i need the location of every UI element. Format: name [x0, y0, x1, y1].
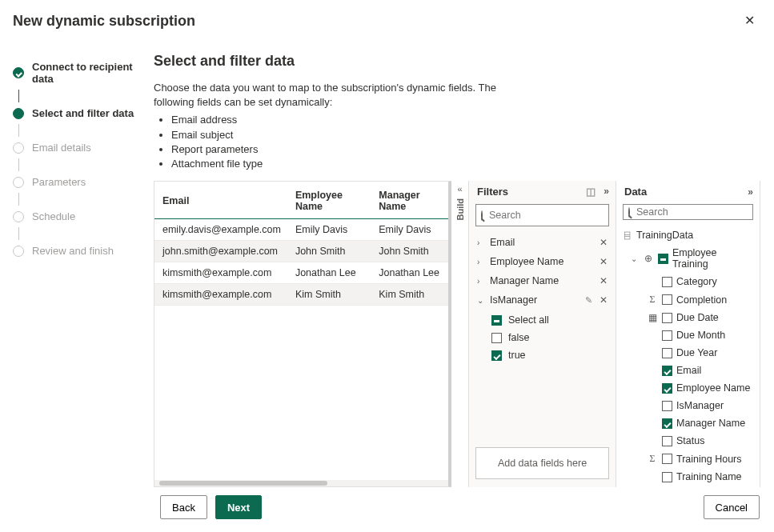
- wizard-step-select[interactable]: Select and filter data: [13, 102, 147, 124]
- field-completion[interactable]: ΣCompletion: [620, 290, 756, 309]
- close-icon[interactable]: ✕: [741, 11, 758, 30]
- globe-icon: ⊕: [643, 253, 654, 264]
- workspace: Email Employee Name Manager Name emily.d…: [154, 181, 769, 487]
- checkbox-icon[interactable]: [662, 401, 672, 411]
- field-email[interactable]: Email: [620, 362, 756, 379]
- step-label: Review and finish: [32, 245, 114, 257]
- field-manager-name[interactable]: Manager Name: [620, 414, 756, 432]
- cancel-button[interactable]: Cancel: [704, 495, 760, 519]
- field-label: IsManager: [676, 400, 724, 411]
- checkbox-icon[interactable]: [662, 348, 672, 358]
- column-header[interactable]: Manager Name: [371, 182, 448, 219]
- remove-filter-icon[interactable]: ✕: [600, 237, 608, 248]
- field-label: Training Hours: [676, 454, 742, 465]
- wizard-step-review[interactable]: Review and finish: [13, 240, 147, 262]
- field-status[interactable]: Status: [620, 432, 756, 450]
- filters-dropzone[interactable]: Add data fields here: [475, 447, 609, 479]
- chevron-right-icon: ›: [477, 277, 485, 286]
- cell-employee: John Smith: [287, 241, 371, 262]
- checkbox-checked-icon[interactable]: [662, 383, 672, 394]
- filter-value-true[interactable]: true: [491, 346, 608, 364]
- calendar-icon: ▦: [647, 312, 658, 323]
- checkbox-indeterminate-icon[interactable]: [658, 254, 668, 264]
- data-table-node[interactable]: ⌄ ⊕ Employee Training: [620, 244, 756, 273]
- checkbox-checked-icon[interactable]: [662, 366, 672, 376]
- content-title: Select and filter data: [154, 53, 769, 70]
- field-label: Manager Name: [676, 418, 745, 429]
- filters-list: ›Email ✕ ›Employee Name ✕ ›Manager Name …: [469, 231, 616, 439]
- build-label: Build: [455, 198, 465, 221]
- data-search[interactable]: [623, 204, 753, 220]
- build-collapse-bar[interactable]: « Build: [451, 181, 469, 487]
- filter-value-label: true: [508, 350, 526, 361]
- chevron-right-icon[interactable]: »: [748, 186, 753, 198]
- checkbox-icon[interactable]: [491, 333, 502, 343]
- next-button[interactable]: Next: [215, 495, 262, 519]
- table-row[interactable]: john.smith@example.com John Smith John S…: [154, 241, 448, 262]
- data-source-label: TrainingData: [636, 230, 693, 241]
- filters-search[interactable]: [475, 204, 609, 226]
- dialog-footer: Back Next Cancel: [0, 487, 774, 532]
- field-training-hours[interactable]: ΣTraining Hours: [620, 450, 756, 468]
- cell-email: kimsmith@example.com: [154, 262, 287, 284]
- filter-item-manager-name[interactable]: ›Manager Name ✕: [472, 271, 612, 290]
- filter-value-select-all[interactable]: Select all: [491, 311, 608, 329]
- checkbox-icon[interactable]: [662, 330, 672, 341]
- field-label: Completion: [676, 294, 727, 306]
- edit-filter-icon[interactable]: ✎: [585, 295, 592, 305]
- wizard-step-connect[interactable]: Connect to recipient data: [13, 56, 147, 90]
- wizard-connector: [18, 124, 19, 137]
- checkbox-icon[interactable]: [662, 277, 672, 287]
- checkbox-indeterminate-icon[interactable]: [491, 315, 502, 326]
- dialog-body: Connect to recipient data Select and fil…: [0, 38, 774, 487]
- step-label: Select and filter data: [32, 107, 134, 119]
- field-label: Due Month: [676, 330, 725, 341]
- filter-item-employee-name[interactable]: ›Employee Name ✕: [472, 252, 612, 271]
- table-row[interactable]: kimsmith@example.com Jonathan Lee Jonath…: [154, 262, 448, 284]
- field-category[interactable]: Category: [620, 273, 756, 290]
- content-description: Choose the data you want to map to the s…: [154, 81, 506, 171]
- field-due-date[interactable]: ▦Due Date: [620, 309, 756, 326]
- wizard-step-parameters[interactable]: Parameters: [13, 171, 147, 193]
- horizontal-scrollbar[interactable]: [154, 480, 448, 486]
- data-source-node[interactable]: ⌸ TrainingData: [620, 226, 756, 244]
- filter-label: IsManager: [490, 294, 537, 306]
- checkbox-checked-icon[interactable]: [491, 350, 502, 361]
- wizard-step-schedule[interactable]: Schedule: [13, 206, 147, 227]
- search-icon: [481, 210, 483, 221]
- wizard-connector: [18, 90, 19, 102]
- filters-search-input[interactable]: [487, 209, 616, 222]
- field-due-month[interactable]: Due Month: [620, 326, 756, 344]
- clear-filters-icon[interactable]: ◫: [586, 186, 596, 198]
- wizard-step-email[interactable]: Email details: [13, 137, 147, 158]
- table-row[interactable]: emily.davis@example.com Emily Davis Emil…: [154, 219, 448, 241]
- field-employee-name[interactable]: Employee Name: [620, 379, 756, 397]
- filter-value-false[interactable]: false: [491, 329, 608, 346]
- remove-filter-icon[interactable]: ✕: [600, 275, 608, 286]
- data-title: Data: [624, 186, 647, 198]
- column-header[interactable]: Email: [154, 182, 287, 219]
- field-ismanager[interactable]: IsManager: [620, 397, 756, 414]
- field-training-name[interactable]: Training Name: [620, 468, 756, 486]
- bullet-item: Email address: [171, 113, 506, 127]
- checkbox-icon[interactable]: [662, 472, 672, 482]
- step-dot-icon: [13, 108, 24, 119]
- checkbox-icon[interactable]: [662, 294, 672, 305]
- checkbox-icon[interactable]: [662, 454, 672, 464]
- dialog: New dynamic subscription ✕ Connect to re…: [0, 0, 774, 532]
- filter-item-email[interactable]: ›Email ✕: [472, 233, 612, 252]
- filter-label: Employee Name: [490, 256, 563, 267]
- wizard-nav: Connect to recipient data Select and fil…: [5, 38, 150, 487]
- field-due-year[interactable]: Due Year: [620, 344, 756, 362]
- filter-item-ismanager[interactable]: ⌄IsManager ✎ ✕: [472, 290, 612, 310]
- chevron-right-icon[interactable]: »: [604, 186, 609, 198]
- table-row[interactable]: kimsmith@example.com Kim Smith Kim Smith: [154, 284, 448, 306]
- data-search-input[interactable]: [635, 206, 764, 218]
- remove-filter-icon[interactable]: ✕: [600, 256, 608, 267]
- column-header[interactable]: Employee Name: [287, 182, 371, 219]
- checkbox-icon[interactable]: [662, 313, 672, 323]
- checkbox-checked-icon[interactable]: [662, 418, 672, 429]
- checkbox-icon[interactable]: [662, 436, 672, 446]
- back-button[interactable]: Back: [160, 495, 207, 519]
- remove-filter-icon[interactable]: ✕: [600, 294, 608, 306]
